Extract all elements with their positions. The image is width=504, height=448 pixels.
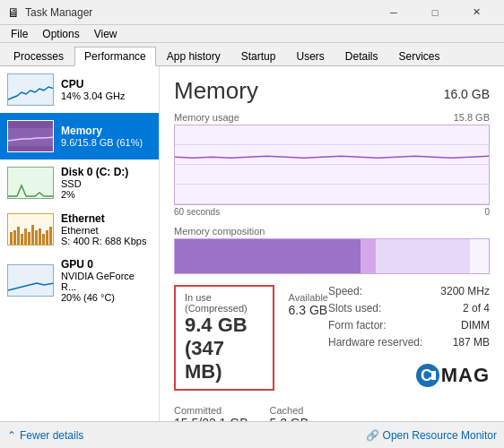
cpu-info: CPU 14% 3.04 GHz xyxy=(61,78,152,101)
svg-rect-6 xyxy=(17,227,20,246)
tab-bar: Processes Performance App history Startu… xyxy=(0,43,504,66)
speed-row: Speed: 3200 MHz xyxy=(328,285,490,298)
chevron-up-icon: ⌃ xyxy=(7,429,16,442)
composition-label: Memory composition xyxy=(174,226,490,237)
chart-time-row: 60 seconds 0 xyxy=(174,207,490,217)
gpu-name: GPU 0 xyxy=(61,258,152,271)
menu-file[interactable]: File xyxy=(4,25,35,42)
form-key: Form factor: xyxy=(328,319,387,332)
sidebar: CPU 14% 3.04 GHz Memory 9.6/15.8 GB (61%… xyxy=(0,66,160,421)
usage-label: Memory usage xyxy=(174,112,239,123)
committed-stat: Committed 15.5/22.1 GB xyxy=(174,405,248,421)
time-end: 0 xyxy=(484,207,490,217)
bottom-bar: ⌃ Fewer details 🔗 Open Resource Monitor xyxy=(0,421,504,448)
cached-stat: Cached 5.2 GB xyxy=(270,405,309,421)
hw-reserved-key: Hardware reserved: xyxy=(328,336,422,349)
comp-modified xyxy=(361,239,377,273)
slots-val: 2 of 4 xyxy=(463,302,490,314)
memory-mini-graph xyxy=(7,120,54,152)
logo-icon: C xyxy=(416,364,439,387)
cpu-mini-graph xyxy=(7,73,54,106)
tab-details[interactable]: Details xyxy=(335,46,388,65)
memory-usage-chart xyxy=(174,125,490,205)
maximize-button[interactable]: □ xyxy=(414,0,456,25)
tab-processes[interactable]: Processes xyxy=(4,46,74,65)
time-start: 60 seconds xyxy=(174,207,220,217)
usage-chart-section: Memory usage 15.8 GB 60 seconds 0 xyxy=(174,112,490,217)
memory-name: Memory xyxy=(61,125,152,137)
ethernet-info: Ethernet EthernetS: 400 R: 688 Kbps xyxy=(61,212,152,246)
disk-name: Disk 0 (C: D:) xyxy=(61,166,152,178)
sidebar-item-disk[interactable]: Disk 0 (C: D:) SSD2% xyxy=(0,159,159,206)
menu-view[interactable]: View xyxy=(87,25,125,42)
memory-heading: Memory xyxy=(174,77,258,105)
svg-rect-8 xyxy=(24,228,27,246)
cached-value: 5.2 GB xyxy=(270,416,309,421)
svg-rect-2 xyxy=(8,168,54,199)
chart-label-row: Memory usage 15.8 GB xyxy=(174,112,490,123)
cpu-name: CPU xyxy=(61,78,152,90)
committed-label: Committed xyxy=(174,405,248,416)
composition-section: Memory composition xyxy=(174,226,490,274)
form-row: Form factor: DIMM xyxy=(328,319,490,332)
svg-rect-14 xyxy=(46,230,48,246)
cached-label: Cached xyxy=(270,405,309,416)
svg-rect-12 xyxy=(39,228,41,246)
close-button[interactable]: ✕ xyxy=(456,0,497,25)
right-panel: Memory 16.0 GB Memory usage 15.8 GB xyxy=(160,66,504,421)
cpu-detail: 14% 3.04 GHz xyxy=(61,90,152,101)
sidebar-item-cpu[interactable]: CPU 14% 3.04 GHz xyxy=(0,66,159,113)
tab-app-history[interactable]: App history xyxy=(157,46,230,65)
gpu-mini-graph xyxy=(7,264,54,297)
in-use-highlight: In use (Compressed) 9.4 GB (347 MB) xyxy=(174,285,274,391)
fewer-details-button[interactable]: ⌃ Fewer details xyxy=(7,429,83,442)
right-stats-table: Speed: 3200 MHz Slots used: 2 of 4 Form … xyxy=(328,285,490,349)
app-icon: 🖥 xyxy=(7,5,20,20)
gpu-info: GPU 0 NVIDIA GeForce R...20% (46 °C) xyxy=(61,258,152,303)
minimize-button[interactable]: ─ xyxy=(373,0,414,25)
disk-detail: SSD2% xyxy=(61,178,152,200)
svg-text:C: C xyxy=(421,366,432,384)
menu-options[interactable]: Options xyxy=(35,25,86,42)
sidebar-item-ethernet[interactable]: Ethernet EthernetS: 400 R: 688 Kbps xyxy=(0,206,159,253)
slots-row: Slots used: 2 of 4 xyxy=(328,302,490,315)
monitor-icon: 🔗 xyxy=(366,429,379,442)
stats-right: Speed: 3200 MHz Slots used: 2 of 4 Form … xyxy=(328,285,490,421)
logo-area: C MAG xyxy=(328,364,490,387)
stats-area: In use (Compressed) 9.4 GB (347 MB) Avai… xyxy=(174,285,490,421)
tab-performance[interactable]: Performance xyxy=(74,47,156,66)
svg-rect-16 xyxy=(8,265,54,297)
speed-key: Speed: xyxy=(328,285,362,297)
stats-left: In use (Compressed) 9.4 GB (347 MB) Avai… xyxy=(174,285,328,421)
form-val: DIMM xyxy=(461,319,490,332)
disk-info: Disk 0 (C: D:) SSD2% xyxy=(61,166,152,200)
ethernet-mini-graph xyxy=(7,213,54,246)
usage-max: 15.8 GB xyxy=(454,112,490,123)
available-stat: Available 6.3 GB xyxy=(289,285,328,317)
composition-bar xyxy=(174,238,490,274)
svg-rect-5 xyxy=(13,230,16,246)
in-use-label: In use (Compressed) xyxy=(185,292,264,314)
memory-line-svg xyxy=(175,125,489,204)
tab-startup[interactable]: Startup xyxy=(231,46,286,65)
comp-standby xyxy=(376,239,470,273)
comp-free xyxy=(470,239,489,273)
sidebar-item-gpu[interactable]: GPU 0 NVIDIA GeForce R...20% (46 °C) xyxy=(0,253,159,308)
ethernet-detail: EthernetS: 400 R: 688 Kbps xyxy=(61,225,152,246)
open-resource-monitor-button[interactable]: 🔗 Open Resource Monitor xyxy=(366,429,497,442)
memory-title-row: Memory 16.0 GB xyxy=(174,77,490,105)
tab-services[interactable]: Services xyxy=(389,46,450,65)
svg-rect-11 xyxy=(35,230,38,246)
disk-mini-graph xyxy=(7,167,54,199)
tab-users[interactable]: Users xyxy=(286,46,334,65)
memory-info: Memory 9.6/15.8 GB (61%) xyxy=(61,125,152,148)
comp-in-use xyxy=(175,239,361,273)
stats-row-1: Committed 15.5/22.1 GB Cached 5.2 GB xyxy=(174,405,328,421)
window-controls: ─ □ ✕ xyxy=(373,0,497,25)
in-use-value: 9.4 GB (347 MB) xyxy=(185,314,264,383)
open-monitor-label: Open Resource Monitor xyxy=(383,429,497,442)
sidebar-item-memory[interactable]: Memory 9.6/15.8 GB (61%) xyxy=(0,113,159,159)
svg-rect-7 xyxy=(21,234,23,246)
hw-reserved-row: Hardware reserved: 187 MB xyxy=(328,336,490,349)
svg-rect-10 xyxy=(31,225,34,246)
